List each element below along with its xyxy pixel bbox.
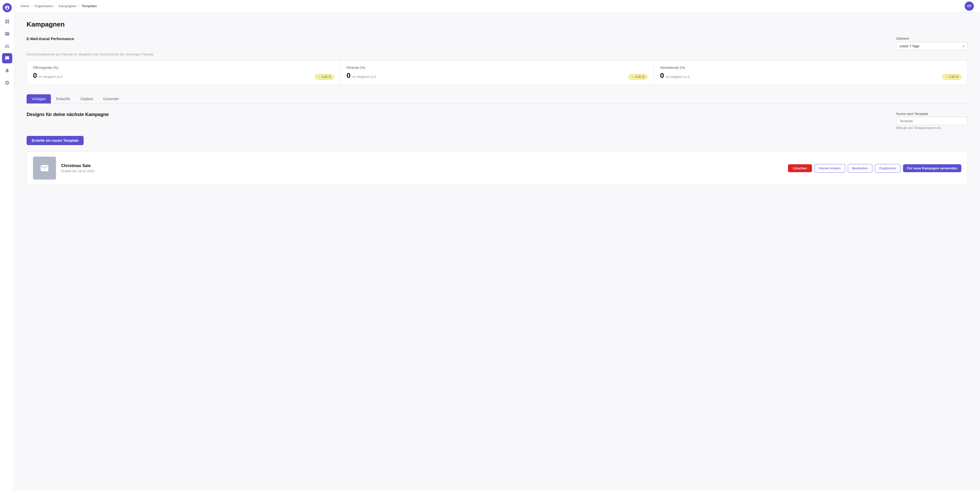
sidebar-item-settings[interactable] — [2, 78, 12, 88]
performance-section-title: E-Mail-Kanal Performance — [27, 36, 74, 41]
metric-value-2: 0 — [660, 71, 664, 80]
svg-rect-2 — [5, 22, 7, 24]
search-input[interactable] — [896, 117, 968, 125]
zeitraum-group: Zeitraum Letzte 7 Tage Letzte 30 Tage Le… — [896, 36, 968, 50]
metric-card-klickrate: Klickrate (%) 0 im Vergleich zu 0 → 0.00… — [340, 60, 654, 85]
page-title: Kampagnen — [27, 21, 968, 29]
sidebar-item-campaigns[interactable] — [2, 53, 12, 63]
sidebar-item-users[interactable] — [2, 41, 12, 51]
metric-compare-2: im Vergleich zu 0 — [666, 75, 689, 79]
breadcrumb-kampagnen[interactable]: Kampagnen — [59, 4, 76, 8]
tabs-row: Vorlagen Entwürfe Geplant Gesendet — [27, 94, 968, 104]
metric-compare-1: im Vergleich zu 0 — [353, 75, 376, 79]
tab-gesendet[interactable]: Gesendet — [98, 94, 124, 103]
template-info: Christmas Sale Erstellt am 18.12.2023 — [61, 163, 783, 173]
search-hint: Bitte gib den Templatenamen ein. — [896, 126, 968, 130]
duplicate-button[interactable]: Duplizieren — [875, 164, 900, 173]
template-name: Christmas Sale — [61, 163, 783, 168]
metric-label-0: Öffnungsrate (%) — [33, 66, 334, 70]
template-thumbnail — [33, 157, 56, 179]
search-label: Suche nach Template — [896, 112, 968, 116]
template-card: Christmas Sale Erstellt am 18.12.2023 Lö… — [27, 151, 968, 185]
metrics-row: Öffnungsrate (%) 0 im Vergleich zu 0 → 0… — [27, 60, 968, 85]
main-container: Home › Organisation › Kampagnen › Templa… — [14, 0, 980, 490]
templates-section-title: Designs für deine nächste Kampagne — [27, 112, 109, 117]
topnav: Home › Organisation › Kampagnen › Templa… — [14, 0, 980, 12]
use-for-campaign-button[interactable]: Für neue Kampagne verwenden — [903, 164, 962, 172]
breadcrumb-organisation[interactable]: Organisation — [35, 4, 53, 8]
rename-button[interactable]: Namen ändern — [815, 164, 845, 173]
metric-label-2: Abmelderate (%) — [660, 66, 961, 70]
logo[interactable] — [3, 3, 12, 12]
breadcrumb-sep-3: › — [78, 4, 80, 8]
performance-subtitle: Durchschnittswerte pro Periode im Vergle… — [27, 52, 968, 56]
zeitraum-label: Zeitraum — [896, 36, 968, 40]
sidebar-item-dashboard[interactable] — [2, 16, 12, 27]
metric-card-oeffnungsrate: Öffnungsrate (%) 0 im Vergleich zu 0 → 0… — [27, 60, 340, 85]
metric-badge-0: → 0.00 % — [315, 74, 334, 80]
sidebar — [0, 0, 14, 490]
templates-header: Designs für deine nächste Kampagne Suche… — [27, 112, 968, 130]
search-group: Suche nach Template Bitte gib den Templa… — [896, 112, 968, 130]
breadcrumb-home[interactable]: Home — [21, 4, 29, 8]
sidebar-item-alerts[interactable] — [2, 65, 12, 76]
tab-vorlagen[interactable]: Vorlagen — [27, 94, 51, 103]
metric-label-1: Klickrate (%) — [347, 66, 648, 70]
create-template-button[interactable]: Erstelle ein neues Template — [27, 136, 84, 145]
delete-button[interactable]: Löschen — [788, 164, 812, 172]
template-actions: Löschen Namen ändern Bearbeiten Duplizie… — [788, 164, 961, 173]
sidebar-item-contacts[interactable] — [2, 29, 12, 39]
breadcrumb-templates: Templates — [82, 4, 97, 8]
user-avatar[interactable]: OT — [965, 2, 974, 11]
metric-card-abmelderate: Abmelderate (%) 0 im Vergleich zu 0 → 0.… — [654, 60, 967, 85]
metric-badge-1: → 0.00 % — [628, 74, 648, 80]
tab-entwuerfe[interactable]: Entwürfe — [51, 94, 75, 103]
zeitraum-select[interactable]: Letzte 7 Tage Letzte 30 Tage Letzte 90 T… — [896, 42, 968, 50]
breadcrumb-sep-1: › — [32, 4, 32, 8]
content-area: Kampagnen E-Mail-Kanal Performance Zeitr… — [14, 12, 980, 490]
metric-value-1: 0 — [347, 71, 351, 80]
svg-rect-1 — [7, 20, 9, 21]
metric-value-0: 0 — [33, 71, 37, 80]
metric-compare-0: im Vergleich zu 0 — [39, 75, 62, 79]
svg-rect-3 — [7, 22, 9, 24]
template-date: Erstellt am 18.12.2023 — [61, 169, 783, 173]
breadcrumb-sep-2: › — [56, 4, 57, 8]
metric-badge-2: → 0.00 % — [942, 74, 961, 80]
edit-button[interactable]: Bearbeiten — [848, 164, 873, 173]
svg-rect-0 — [5, 20, 7, 21]
tab-geplant[interactable]: Geplant — [75, 94, 98, 103]
